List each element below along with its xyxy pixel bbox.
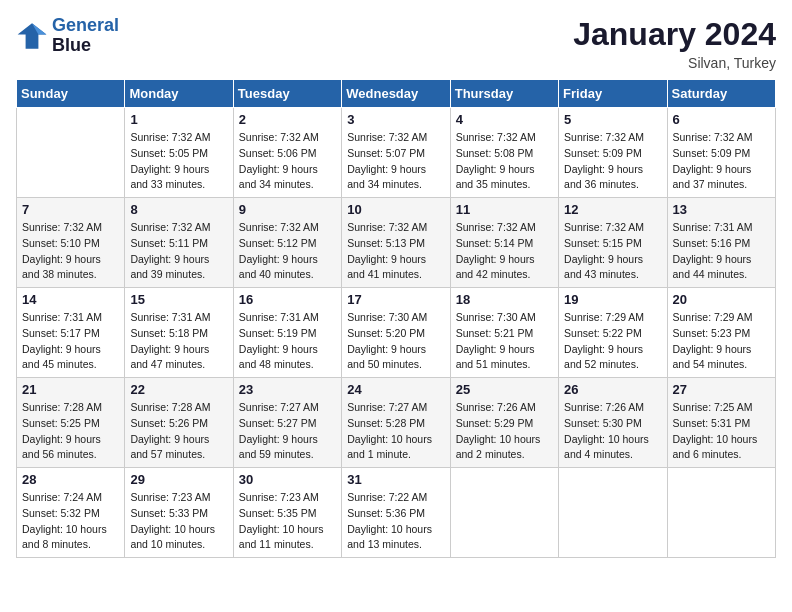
- calendar-cell: 15Sunrise: 7:31 AMSunset: 5:18 PMDayligh…: [125, 288, 233, 378]
- calendar-cell: 8Sunrise: 7:32 AMSunset: 5:11 PMDaylight…: [125, 198, 233, 288]
- days-header-row: SundayMondayTuesdayWednesdayThursdayFrid…: [17, 80, 776, 108]
- day-info: Sunrise: 7:31 AMSunset: 5:17 PMDaylight:…: [22, 310, 119, 373]
- calendar-cell: 23Sunrise: 7:27 AMSunset: 5:27 PMDayligh…: [233, 378, 341, 468]
- calendar-cell: 14Sunrise: 7:31 AMSunset: 5:17 PMDayligh…: [17, 288, 125, 378]
- logo: General Blue: [16, 16, 119, 56]
- week-row-3: 14Sunrise: 7:31 AMSunset: 5:17 PMDayligh…: [17, 288, 776, 378]
- day-header-thursday: Thursday: [450, 80, 558, 108]
- day-number: 23: [239, 382, 336, 397]
- week-row-5: 28Sunrise: 7:24 AMSunset: 5:32 PMDayligh…: [17, 468, 776, 558]
- day-number: 15: [130, 292, 227, 307]
- calendar-cell: 30Sunrise: 7:23 AMSunset: 5:35 PMDayligh…: [233, 468, 341, 558]
- calendar-cell: 29Sunrise: 7:23 AMSunset: 5:33 PMDayligh…: [125, 468, 233, 558]
- day-number: 11: [456, 202, 553, 217]
- day-info: Sunrise: 7:32 AMSunset: 5:14 PMDaylight:…: [456, 220, 553, 283]
- day-info: Sunrise: 7:29 AMSunset: 5:22 PMDaylight:…: [564, 310, 661, 373]
- day-number: 9: [239, 202, 336, 217]
- day-info: Sunrise: 7:32 AMSunset: 5:12 PMDaylight:…: [239, 220, 336, 283]
- calendar-table: SundayMondayTuesdayWednesdayThursdayFrid…: [16, 79, 776, 558]
- calendar-cell: 26Sunrise: 7:26 AMSunset: 5:30 PMDayligh…: [559, 378, 667, 468]
- calendar-cell: 9Sunrise: 7:32 AMSunset: 5:12 PMDaylight…: [233, 198, 341, 288]
- calendar-cell: 28Sunrise: 7:24 AMSunset: 5:32 PMDayligh…: [17, 468, 125, 558]
- day-number: 7: [22, 202, 119, 217]
- day-info: Sunrise: 7:32 AMSunset: 5:13 PMDaylight:…: [347, 220, 444, 283]
- day-header-tuesday: Tuesday: [233, 80, 341, 108]
- day-info: Sunrise: 7:31 AMSunset: 5:19 PMDaylight:…: [239, 310, 336, 373]
- day-number: 3: [347, 112, 444, 127]
- day-number: 14: [22, 292, 119, 307]
- day-number: 22: [130, 382, 227, 397]
- week-row-1: 1Sunrise: 7:32 AMSunset: 5:05 PMDaylight…: [17, 108, 776, 198]
- day-info: Sunrise: 7:23 AMSunset: 5:35 PMDaylight:…: [239, 490, 336, 553]
- day-info: Sunrise: 7:24 AMSunset: 5:32 PMDaylight:…: [22, 490, 119, 553]
- day-info: Sunrise: 7:27 AMSunset: 5:28 PMDaylight:…: [347, 400, 444, 463]
- calendar-cell: 2Sunrise: 7:32 AMSunset: 5:06 PMDaylight…: [233, 108, 341, 198]
- day-header-friday: Friday: [559, 80, 667, 108]
- day-number: 6: [673, 112, 770, 127]
- day-number: 28: [22, 472, 119, 487]
- day-number: 21: [22, 382, 119, 397]
- day-info: Sunrise: 7:32 AMSunset: 5:09 PMDaylight:…: [673, 130, 770, 193]
- calendar-cell: 11Sunrise: 7:32 AMSunset: 5:14 PMDayligh…: [450, 198, 558, 288]
- calendar-cell: 10Sunrise: 7:32 AMSunset: 5:13 PMDayligh…: [342, 198, 450, 288]
- calendar-cell: 5Sunrise: 7:32 AMSunset: 5:09 PMDaylight…: [559, 108, 667, 198]
- calendar-cell: 13Sunrise: 7:31 AMSunset: 5:16 PMDayligh…: [667, 198, 775, 288]
- day-number: 18: [456, 292, 553, 307]
- day-number: 12: [564, 202, 661, 217]
- logo-icon: [16, 20, 48, 52]
- day-number: 27: [673, 382, 770, 397]
- calendar-cell: [450, 468, 558, 558]
- day-info: Sunrise: 7:29 AMSunset: 5:23 PMDaylight:…: [673, 310, 770, 373]
- day-info: Sunrise: 7:32 AMSunset: 5:15 PMDaylight:…: [564, 220, 661, 283]
- calendar-cell: 3Sunrise: 7:32 AMSunset: 5:07 PMDaylight…: [342, 108, 450, 198]
- calendar-cell: 22Sunrise: 7:28 AMSunset: 5:26 PMDayligh…: [125, 378, 233, 468]
- day-info: Sunrise: 7:26 AMSunset: 5:30 PMDaylight:…: [564, 400, 661, 463]
- calendar-cell: 1Sunrise: 7:32 AMSunset: 5:05 PMDaylight…: [125, 108, 233, 198]
- day-header-monday: Monday: [125, 80, 233, 108]
- calendar-cell: [667, 468, 775, 558]
- day-info: Sunrise: 7:26 AMSunset: 5:29 PMDaylight:…: [456, 400, 553, 463]
- calendar-cell: [17, 108, 125, 198]
- day-number: 31: [347, 472, 444, 487]
- calendar-body: 1Sunrise: 7:32 AMSunset: 5:05 PMDaylight…: [17, 108, 776, 558]
- calendar-cell: [559, 468, 667, 558]
- week-row-2: 7Sunrise: 7:32 AMSunset: 5:10 PMDaylight…: [17, 198, 776, 288]
- title-block: January 2024 Silvan, Turkey: [573, 16, 776, 71]
- day-info: Sunrise: 7:32 AMSunset: 5:06 PMDaylight:…: [239, 130, 336, 193]
- day-info: Sunrise: 7:32 AMSunset: 5:08 PMDaylight:…: [456, 130, 553, 193]
- day-number: 30: [239, 472, 336, 487]
- week-row-4: 21Sunrise: 7:28 AMSunset: 5:25 PMDayligh…: [17, 378, 776, 468]
- calendar-cell: 24Sunrise: 7:27 AMSunset: 5:28 PMDayligh…: [342, 378, 450, 468]
- day-info: Sunrise: 7:22 AMSunset: 5:36 PMDaylight:…: [347, 490, 444, 553]
- day-info: Sunrise: 7:25 AMSunset: 5:31 PMDaylight:…: [673, 400, 770, 463]
- day-number: 26: [564, 382, 661, 397]
- day-number: 29: [130, 472, 227, 487]
- day-number: 13: [673, 202, 770, 217]
- day-number: 19: [564, 292, 661, 307]
- page-header: General Blue January 2024 Silvan, Turkey: [16, 16, 776, 71]
- day-info: Sunrise: 7:32 AMSunset: 5:09 PMDaylight:…: [564, 130, 661, 193]
- logo-text: General Blue: [52, 16, 119, 56]
- calendar-cell: 19Sunrise: 7:29 AMSunset: 5:22 PMDayligh…: [559, 288, 667, 378]
- day-number: 10: [347, 202, 444, 217]
- day-number: 16: [239, 292, 336, 307]
- calendar-cell: 25Sunrise: 7:26 AMSunset: 5:29 PMDayligh…: [450, 378, 558, 468]
- day-info: Sunrise: 7:28 AMSunset: 5:25 PMDaylight:…: [22, 400, 119, 463]
- day-info: Sunrise: 7:28 AMSunset: 5:26 PMDaylight:…: [130, 400, 227, 463]
- calendar-cell: 20Sunrise: 7:29 AMSunset: 5:23 PMDayligh…: [667, 288, 775, 378]
- day-info: Sunrise: 7:30 AMSunset: 5:21 PMDaylight:…: [456, 310, 553, 373]
- day-number: 8: [130, 202, 227, 217]
- day-header-sunday: Sunday: [17, 80, 125, 108]
- calendar-cell: 6Sunrise: 7:32 AMSunset: 5:09 PMDaylight…: [667, 108, 775, 198]
- location: Silvan, Turkey: [573, 55, 776, 71]
- day-number: 20: [673, 292, 770, 307]
- day-info: Sunrise: 7:31 AMSunset: 5:18 PMDaylight:…: [130, 310, 227, 373]
- day-number: 5: [564, 112, 661, 127]
- svg-marker-0: [18, 23, 47, 49]
- day-info: Sunrise: 7:32 AMSunset: 5:10 PMDaylight:…: [22, 220, 119, 283]
- day-number: 24: [347, 382, 444, 397]
- day-header-wednesday: Wednesday: [342, 80, 450, 108]
- day-info: Sunrise: 7:23 AMSunset: 5:33 PMDaylight:…: [130, 490, 227, 553]
- day-info: Sunrise: 7:32 AMSunset: 5:11 PMDaylight:…: [130, 220, 227, 283]
- calendar-cell: 21Sunrise: 7:28 AMSunset: 5:25 PMDayligh…: [17, 378, 125, 468]
